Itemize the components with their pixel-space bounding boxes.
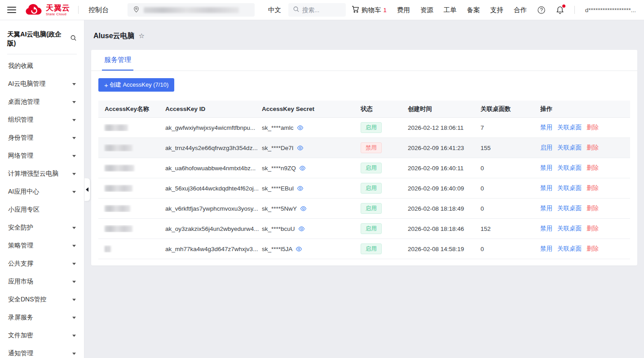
created-time: 2026-02-08 14:58:19 [408, 246, 481, 252]
sidebar-item-ai-app-center[interactable]: AI应用中心 [0, 183, 84, 201]
sidebar-item-compute-enhanced[interactable]: 计算增强型云电脑 [0, 165, 84, 183]
language-switcher[interactable]: 中文 [268, 6, 281, 14]
accesskey-secret: sk_****amlc [262, 124, 294, 131]
reveal-secret-eye-icon[interactable] [300, 205, 307, 212]
nav-item-filing[interactable]: 备案 [467, 6, 480, 14]
table-row: ak_mh77ka4w4g3d647z7whxjv3... sk_****l5J… [98, 239, 630, 259]
accesskey-name-redacted [105, 246, 111, 252]
nav-item-costs[interactable]: 费用 [397, 6, 410, 14]
main-content: AIuse云电脑 ☆ 服务管理 + 创建 AccessKey (7/10) Ac… [84, 20, 644, 358]
global-search[interactable] [288, 3, 346, 17]
accesskey-secret: sk_****l5JA [262, 246, 292, 252]
delete-link[interactable]: 删除 [587, 144, 599, 152]
disable-link[interactable]: 禁用 [540, 164, 552, 172]
created-time: 2026-02-09 16:40:11 [408, 165, 481, 172]
sidebar-collapse-handle[interactable] [84, 178, 90, 201]
search-input[interactable] [302, 7, 340, 13]
brand-logo[interactable]: 天翼云 State Cloud [25, 3, 70, 17]
delete-link[interactable]: 删除 [587, 225, 599, 233]
associate-desktop-link[interactable]: 关联桌面 [557, 204, 582, 212]
nav-item-tickets[interactable]: 工单 [444, 6, 457, 14]
accesskey-id: ak_gwfwxiyhwjxsy4wicmftfbnpu... [165, 124, 262, 131]
status-badge: 禁用 [361, 142, 382, 154]
sidebar-item-desktop-pool[interactable]: 桌面池管理 [0, 93, 84, 111]
chevron-down-icon [72, 245, 76, 247]
sidebar-item-secure-dns[interactable]: 安全DNS管控 [0, 291, 84, 309]
chevron-down-icon [72, 317, 76, 319]
nav-item-cooperation[interactable]: 合作 [514, 6, 527, 14]
sidebar-item-mini-app-zone[interactable]: 小应用专区 [0, 201, 84, 219]
tab-service-management[interactable]: 服务管理 [102, 56, 133, 71]
sidebar-item-security-protection[interactable]: 安全防护 [0, 219, 84, 237]
delete-link[interactable]: 删除 [587, 164, 599, 172]
disable-link[interactable]: 禁用 [540, 204, 552, 212]
chevron-down-icon [72, 299, 76, 301]
disable-link[interactable]: 禁用 [540, 184, 552, 192]
accesskey-secret: sk_****bcuU [262, 225, 295, 232]
sidebar-item-network[interactable]: 网络管理 [0, 147, 84, 165]
sidebar-item-identity[interactable]: 身份管理 [0, 129, 84, 147]
sidebar-item-app-market[interactable]: 应用市场 [0, 273, 84, 291]
accesskey-name-redacted [105, 145, 132, 151]
create-accesskey-button[interactable]: + 创建 AccessKey (7/10) [98, 78, 174, 92]
accesskey-name-redacted [105, 225, 132, 232]
region-name-redacted [144, 7, 239, 13]
cart-label: 购物车 [362, 6, 381, 14]
sidebar-item-screen-recording[interactable]: 录屏服务 [0, 309, 84, 327]
table-row: ak_oy3zakzix56j4un2wbyedurw4... sk_****b… [98, 219, 630, 239]
column-header-created: 创建时间 [408, 105, 481, 113]
disable-link[interactable]: 禁用 [540, 245, 552, 253]
hamburger-menu-icon[interactable] [7, 7, 16, 13]
sidebar-item-favorites[interactable]: 我的收藏 [0, 57, 84, 75]
associate-desktop-link[interactable]: 关联桌面 [557, 164, 582, 172]
console-link[interactable]: 控制台 [88, 6, 109, 14]
associate-desktop-link[interactable]: 关联桌面 [557, 144, 582, 152]
desktop-count: 0 [481, 165, 540, 172]
reveal-secret-eye-icon[interactable] [297, 185, 304, 192]
delete-link[interactable]: 删除 [587, 124, 599, 132]
notifications-bell-icon[interactable] [556, 6, 564, 14]
sidebar-item-policy[interactable]: 策略管理 [0, 237, 84, 255]
delete-link[interactable]: 删除 [587, 204, 599, 212]
accesskey-name-redacted [105, 124, 128, 131]
disable-link[interactable]: 禁用 [540, 225, 552, 233]
username-menu[interactable]: d******************... [585, 7, 636, 13]
table-row: ak_gwfwxiyhwjxsy4wicmftfbnpu... sk_****a… [98, 118, 630, 138]
associate-desktop-link[interactable]: 关联桌面 [557, 124, 582, 132]
associate-desktop-link[interactable]: 关联桌面 [557, 245, 582, 253]
desktop-count: 7 [481, 124, 540, 131]
sidebar-search-icon[interactable] [70, 35, 77, 43]
nav-item-resources[interactable]: 资源 [420, 6, 433, 14]
favorite-star-icon[interactable]: ☆ [139, 31, 145, 41]
enable-link[interactable]: 启用 [540, 144, 552, 152]
sidebar-item-organization[interactable]: 组织管理 [0, 111, 84, 129]
associate-desktop-link[interactable]: 关联桌面 [557, 225, 582, 233]
reveal-secret-eye-icon[interactable] [297, 124, 304, 131]
chevron-down-icon [72, 227, 76, 229]
sidebar-item-ai-pc-management[interactable]: AI云电脑管理 [0, 75, 84, 93]
top-navigation-bar: 天翼云 State Cloud 控制台 中文 [0, 0, 644, 20]
help-icon[interactable] [537, 6, 546, 14]
divider [574, 6, 575, 14]
created-time: 2026-02-09 16:41:23 [408, 145, 481, 151]
sidebar-item-notification[interactable]: 通知管理 [0, 345, 84, 358]
cart-link[interactable]: 购物车 1 [352, 5, 387, 14]
delete-link[interactable]: 删除 [587, 245, 599, 253]
reveal-secret-eye-icon[interactable] [296, 246, 302, 252]
chevron-down-icon [72, 83, 76, 85]
status-badge: 启用 [361, 203, 382, 214]
delete-link[interactable]: 删除 [587, 184, 599, 192]
sidebar-item-public-support[interactable]: 公共支撑 [0, 255, 84, 273]
chevron-down-icon [72, 119, 76, 121]
reveal-secret-eye-icon[interactable] [298, 225, 305, 232]
reveal-secret-eye-icon[interactable] [297, 145, 304, 151]
disable-link[interactable]: 禁用 [540, 124, 552, 132]
nav-item-support[interactable]: 支持 [490, 6, 503, 14]
sidebar-item-file-encryption[interactable]: 文件加密 [0, 327, 84, 345]
table-row: ak_v6rkftfjas7ywphcmvoxu3yosy... sk_****… [98, 199, 630, 219]
associate-desktop-link[interactable]: 关联桌面 [557, 184, 582, 192]
accesskey-name-redacted [105, 185, 132, 192]
created-time: 2026-02-08 18:18:49 [408, 205, 481, 212]
region-selector[interactable] [128, 3, 255, 17]
reveal-secret-eye-icon[interactable] [299, 165, 306, 172]
